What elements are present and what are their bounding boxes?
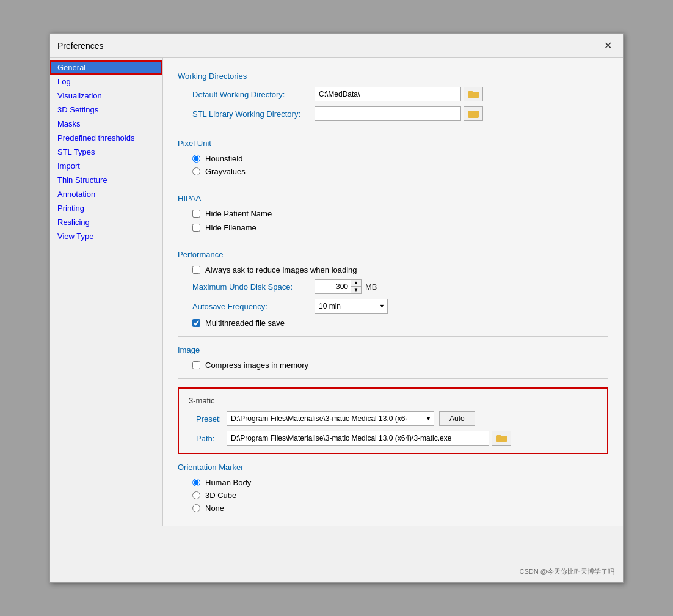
stl-lib-label: STL Library Working Directory: [192,109,315,119]
stl-lib-row: STL Library Working Directory: [178,106,608,121]
sidebar-item-printing[interactable]: Printing [50,201,162,215]
sidebar-item-predefined-thresholds[interactable]: Predefined thresholds [50,131,162,145]
3d-cube-label: 3D Cube [205,491,236,500]
sidebar-item-view-type[interactable]: View Type [50,229,162,243]
image-title: Image [178,345,608,354]
none-label: None [205,504,224,513]
3d-cube-radio[interactable] [192,491,200,499]
autosave-select[interactable]: 5 min 10 min 15 min 30 min 1 hour [315,299,388,314]
default-dir-input[interactable] [315,87,461,101]
compress-checkbox[interactable] [192,361,200,369]
three-matic-section: 3-matic Preset: D:\Program Files\Materia… [178,387,608,454]
orientation-marker-title: Orientation Marker [178,463,608,472]
undo-decrement[interactable]: ▼ [351,287,361,293]
sidebar-item-visualization[interactable]: Visualization [50,89,162,103]
none-radio[interactable] [192,504,200,512]
three-matic-title: 3-matic [189,396,597,405]
working-directories-title: Working Directories [178,72,608,81]
human-body-row: Human Body [192,478,608,487]
folder-icon [468,90,479,98]
pixel-unit-radio-group: Hounsfield Grayvalues [178,154,608,176]
title-bar: Preferences ✕ [50,34,623,58]
always-ask-label: Always ask to reduce images when loading [205,265,357,274]
hide-patient-name-checkbox[interactable] [192,210,200,218]
human-body-label: Human Body [205,478,251,487]
undo-spinner: ▲ ▼ [351,279,362,294]
default-dir-label: Default Working Directory: [192,90,315,99]
path-folder-button[interactable] [492,431,511,446]
sidebar-item-general[interactable]: General [50,61,162,75]
hide-patient-name-row: Hide Patient Name [178,209,608,218]
max-undo-input[interactable] [315,279,351,294]
max-undo-unit: MB [365,282,377,292]
autosave-label: Autosave Frequency: [192,302,315,311]
hounsfield-row: Hounsfield [192,154,608,163]
multithreaded-row: Multithreaded file save [178,318,608,328]
preset-label: Preset: [196,414,227,424]
hide-filename-checkbox[interactable] [192,224,200,232]
multithreaded-checkbox[interactable] [192,319,200,327]
sidebar-item-import[interactable]: Import [50,159,162,173]
hounsfield-label: Hounsfield [205,154,242,163]
sidebar-item-thin-structure[interactable]: Thin Structure [50,173,162,187]
close-button[interactable]: ✕ [600,38,616,53]
compress-row: Compress images in memory [178,361,608,370]
main-layout: General Log Visualization 3D Settings Ma… [50,58,623,526]
orientation-section: Human Body 3D Cube None [178,478,608,513]
stl-lib-folder-button[interactable] [464,106,483,121]
hipaa-title: HIPAA [178,194,608,203]
none-row: None [192,504,608,513]
autosave-select-wrapper: 5 min 10 min 15 min 30 min 1 hour [315,299,388,314]
multithreaded-label: Multithreaded file save [205,318,285,328]
sidebar-item-masks[interactable]: Masks [50,117,162,131]
grayvalues-label: Grayvalues [205,167,246,176]
pixel-unit-title: Pixel Unit [178,139,608,148]
preset-select[interactable]: D:\Program Files\Materialise\3-matic Med… [227,411,434,426]
path-input[interactable] [227,431,489,446]
main-content: Working Directories Default Working Dire… [163,58,623,526]
hounsfield-radio[interactable] [192,155,200,163]
folder-icon-3 [496,434,507,442]
auto-button[interactable]: Auto [439,411,475,426]
always-ask-row: Always ask to reduce images when loading [178,265,608,274]
3d-cube-row: 3D Cube [192,491,608,500]
default-dir-folder-button[interactable] [464,87,483,101]
preset-select-wrapper: D:\Program Files\Materialise\3-matic Med… [227,411,434,426]
undo-increment[interactable]: ▲ [351,280,361,287]
preferences-window: Preferences ✕ General Log Visualization … [49,33,624,583]
sidebar-item-annotation[interactable]: Annotation [50,187,162,201]
sidebar-item-log[interactable]: Log [50,75,162,89]
path-label: Path: [196,434,227,443]
stl-lib-input[interactable] [315,106,461,121]
grayvalues-radio[interactable] [192,167,200,175]
autosave-row: Autosave Frequency: 5 min 10 min 15 min … [178,299,608,314]
always-ask-checkbox[interactable] [192,266,200,274]
grayvalues-row: Grayvalues [192,167,608,176]
human-body-radio[interactable] [192,479,200,486]
preset-row: Preset: D:\Program Files\Materialise\3-m… [189,411,597,426]
folder-icon-2 [468,109,479,118]
watermark: CSDN @今天你比昨天博学了吗 [520,567,614,576]
sidebar: General Log Visualization 3D Settings Ma… [50,58,163,526]
path-row: Path: [189,431,597,446]
compress-label: Compress images in memory [205,361,308,370]
sidebar-item-reslicing[interactable]: Reslicing [50,215,162,229]
max-undo-label: Maximum Undo Disk Space: [192,282,315,292]
default-dir-row: Default Working Directory: [178,87,608,101]
sidebar-item-3d-settings[interactable]: 3D Settings [50,103,162,117]
hide-filename-label: Hide Filename [205,223,256,232]
max-undo-row: Maximum Undo Disk Space: ▲ ▼ MB [178,279,608,294]
performance-title: Performance [178,250,608,259]
sidebar-item-stl-types[interactable]: STL Types [50,145,162,159]
hide-patient-name-label: Hide Patient Name [205,209,272,218]
window-title: Preferences [57,41,103,51]
hide-filename-row: Hide Filename [178,223,608,232]
